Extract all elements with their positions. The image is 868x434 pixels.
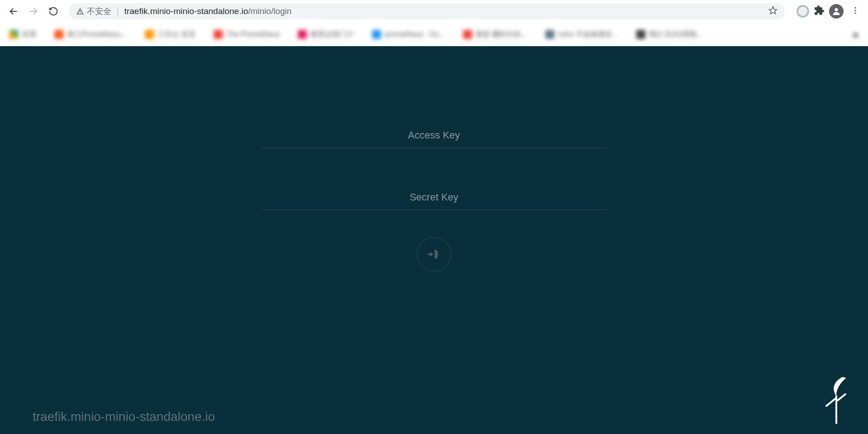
address-bar[interactable]: 不安全 | traefik.minio-minio-standalone.io/… — [69, 3, 785, 19]
bookmark-overflow-button[interactable]: » — [853, 28, 859, 42]
access-key-input[interactable] — [262, 127, 606, 148]
enter-icon — [426, 247, 442, 262]
bookmark-star-button[interactable] — [768, 6, 777, 17]
bookmark-item[interactable]: 我是 哪的为你... — [463, 30, 527, 39]
svg-point-2 — [854, 7, 856, 9]
url-path: /minio/login — [248, 6, 291, 16]
extension-ring-icon[interactable] — [796, 5, 809, 18]
login-form — [262, 127, 606, 272]
login-page: traefik.minio-minio-standalone.io — [0, 46, 868, 434]
login-button[interactable] — [417, 237, 451, 272]
reload-button[interactable] — [45, 3, 62, 19]
footer-hostname: traefik.minio-minio-standalone.io — [33, 410, 215, 424]
bookmark-item[interactable]: 我们 区内I周期... — [636, 30, 702, 39]
extensions-button[interactable] — [814, 5, 825, 18]
browser-toolbar: 不安全 | traefik.minio-minio-standalone.io/… — [0, 0, 868, 23]
minio-logo — [823, 374, 850, 426]
bookmark-item[interactable]: 教育运营门户 — [298, 30, 354, 39]
arrow-right-icon — [29, 6, 38, 16]
bookmark-item[interactable]: 第三Prometheus... — [54, 30, 127, 39]
access-key-field-wrapper — [262, 127, 606, 148]
bookmarks-bar: 应用 第三Prometheus... 工作台 首页 The Prometheus… — [0, 23, 868, 46]
url-text: traefik.minio-minio-standalone.io/minio/… — [124, 6, 764, 16]
menu-button[interactable] — [848, 6, 863, 17]
bird-icon — [823, 374, 850, 424]
secret-key-input[interactable] — [262, 189, 606, 210]
reload-icon — [48, 6, 58, 16]
arrow-left-icon — [9, 6, 19, 16]
forward-button[interactable] — [25, 3, 42, 19]
security-label-text: 不安全 — [87, 6, 111, 17]
puzzle-icon — [814, 5, 825, 16]
security-indicator[interactable]: 不安全 — [76, 6, 111, 17]
svg-point-1 — [835, 8, 838, 11]
bookmark-item[interactable]: 应用 — [9, 30, 36, 39]
svg-marker-0 — [769, 7, 777, 14]
svg-point-3 — [854, 10, 856, 11]
secret-key-field-wrapper — [262, 189, 606, 210]
person-icon — [831, 6, 841, 16]
back-button[interactable] — [5, 3, 22, 19]
dots-vertical-icon — [851, 6, 860, 15]
bookmark-item[interactable]: 工作台 首页 — [145, 30, 196, 39]
divider: | — [117, 7, 119, 16]
profile-button[interactable] — [829, 4, 844, 19]
bookmark-item[interactable]: nohu 不如体测支... — [545, 30, 618, 39]
star-icon — [768, 6, 777, 15]
warning-icon — [76, 7, 84, 15]
svg-point-4 — [854, 12, 856, 14]
url-host: traefik.minio-minio-standalone.io — [124, 6, 248, 16]
bookmark-item[interactable]: prometheus · Go... — [372, 30, 445, 39]
bookmark-item[interactable]: The Prometheus — [214, 30, 280, 39]
toolbar-actions — [792, 4, 863, 19]
